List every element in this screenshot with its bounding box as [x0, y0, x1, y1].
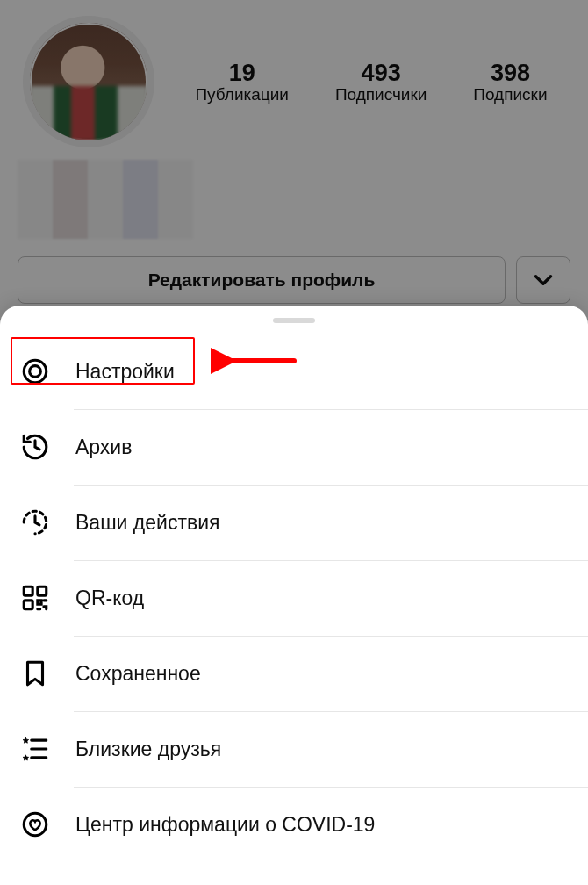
qrcode-icon — [19, 582, 51, 614]
gear-icon — [19, 356, 51, 387]
menu-label: Архив — [75, 435, 132, 459]
heart-circle-icon — [19, 809, 51, 840]
menu-item-settings[interactable]: Настройки — [0, 334, 588, 409]
activity-icon — [19, 507, 51, 538]
svg-rect-2 — [24, 586, 32, 595]
annotation-arrow — [211, 339, 298, 383]
menu-item-saved[interactable]: Сохраненное — [0, 636, 588, 711]
menu-label: Центр информации о COVID-19 — [75, 813, 375, 837]
svg-rect-4 — [24, 601, 32, 609]
menu-item-qrcode[interactable]: QR-код — [0, 560, 588, 636]
sheet-grabber[interactable] — [273, 318, 315, 323]
svg-rect-3 — [38, 586, 47, 595]
profile-menu-sheet: Настройки Архив Ваши действия QR-код Сох… — [0, 306, 588, 885]
menu-label: Близкие друзья — [75, 738, 221, 761]
menu-label: Настройки — [75, 360, 175, 384]
menu-item-close-friends[interactable]: Близкие друзья — [0, 711, 588, 787]
menu-label: Ваши действия — [75, 511, 219, 535]
menu-label: Сохраненное — [75, 662, 201, 686]
menu-item-activity[interactable]: Ваши действия — [0, 485, 588, 560]
menu-item-covid-info[interactable]: Центр информации о COVID-19 — [0, 787, 588, 862]
archive-icon — [19, 431, 51, 463]
svg-point-0 — [24, 360, 47, 383]
bookmark-icon — [19, 658, 51, 689]
close-friends-icon — [19, 733, 51, 765]
svg-point-8 — [24, 813, 47, 836]
menu-item-archive[interactable]: Архив — [0, 409, 588, 485]
menu-label: QR-код — [75, 586, 144, 610]
svg-point-1 — [30, 366, 41, 378]
